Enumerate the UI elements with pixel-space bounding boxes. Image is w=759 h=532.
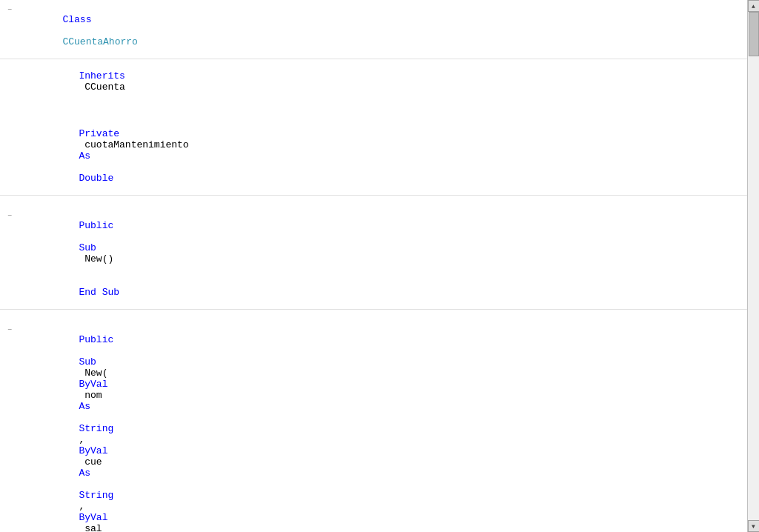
- keyword-public-2: Public: [79, 334, 113, 345]
- keyword-as-3: As: [79, 468, 90, 479]
- private-field-line: Private cuotaMantenimiento As Double: [0, 117, 747, 196]
- keyword-string-2: String: [79, 490, 113, 501]
- keyword-byval-3: ByVal: [79, 512, 107, 523]
- inherits-line: Inherits CCuenta: [0, 59, 747, 104]
- scroll-down-button[interactable]: ▼: [748, 520, 760, 532]
- sub-new2-line: − Public Sub New( ByVal nom As String , …: [0, 323, 747, 532]
- keyword-byval-2: ByVal: [79, 445, 107, 456]
- scrollbar-thumb[interactable]: [749, 12, 759, 56]
- keyword-string-1: String: [79, 423, 113, 434]
- keyword-public-1: Public: [79, 220, 113, 231]
- scrollbar-track[interactable]: [749, 12, 759, 520]
- keyword-sub-1: Sub: [79, 242, 96, 253]
- keyword-as: As: [79, 150, 90, 162]
- code-area[interactable]: − Class CCuentaAhorro Inherits CCuenta: [0, 0, 747, 532]
- keyword-as-2: As: [79, 401, 90, 412]
- blank-line-2: [0, 196, 747, 209]
- class-name: CCuentaAhorro: [62, 36, 137, 47]
- blank-line-3: [0, 310, 747, 323]
- fold-button[interactable]: −: [3, 3, 16, 16]
- keyword-sub-2: Sub: [79, 356, 96, 368]
- fold-button-new2[interactable]: −: [3, 323, 16, 336]
- keyword-byval-1: ByVal: [79, 379, 107, 390]
- sub-new-line: − Public Sub New(): [0, 209, 747, 276]
- keyword-end-sub-1: End Sub: [79, 287, 119, 298]
- keyword-class: Class: [62, 14, 91, 25]
- end-sub-1-line: End Sub: [0, 276, 747, 310]
- fold-button-new[interactable]: −: [3, 209, 16, 222]
- scroll-up-button[interactable]: ▲: [748, 0, 760, 12]
- editor-container: − Class CCuentaAhorro Inherits CCuenta: [0, 0, 759, 532]
- blank-line-1: [0, 104, 747, 117]
- keyword-private: Private: [79, 128, 119, 139]
- keyword-double: Double: [79, 173, 113, 184]
- keyword-inherits: Inherits: [79, 70, 125, 82]
- class-declaration-line: − Class CCuentaAhorro: [0, 3, 747, 59]
- scrollbar[interactable]: ▲ ▼: [747, 0, 759, 532]
